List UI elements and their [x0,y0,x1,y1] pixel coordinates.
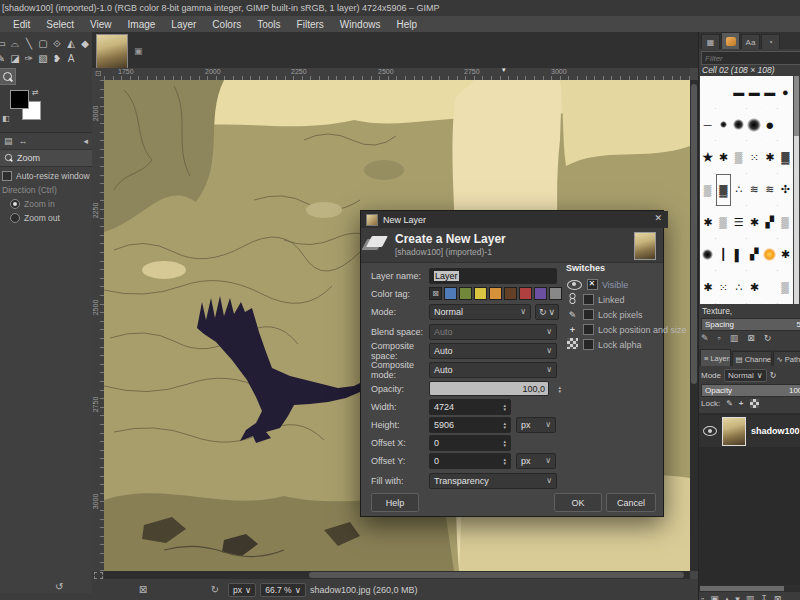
color-tag-swatch[interactable] [489,287,502,300]
brush-thumbnail[interactable]: ✱ [762,141,778,174]
zoom-in-option[interactable]: Zoom in [0,195,92,209]
composite-space-dropdown[interactable]: Auto ∨ [429,343,557,359]
brush-thumbnail[interactable]: ▒ [778,271,794,304]
brush-thumbnail[interactable]: ▬ [747,76,763,109]
layer-visible-eye-icon[interactable] [703,426,717,436]
layer-mode-dropdown[interactable]: Normal ∨ [724,369,767,382]
offset-x-input[interactable]: 0 ▴▾ [429,435,511,451]
new-group-button[interactable]: ▣ [710,594,719,600]
default-colors-icon[interactable]: ◧ [2,114,10,123]
brush-thumbnail[interactable]: ✱ [778,239,794,272]
brush-thumbnail[interactable]: ▓ [778,141,794,174]
color-tag-swatch[interactable] [519,287,532,300]
lower-layer-button[interactable]: ▾ [735,594,740,600]
brush-thumbnail[interactable] [762,239,778,272]
quickmask-toggle[interactable] [92,571,104,579]
ok-button[interactable]: OK [554,493,602,512]
color-tag-swatch[interactable]: ⊠ [429,287,442,300]
transform-tool-icon[interactable]: ⟐ [50,36,64,51]
reset-tool-icon[interactable]: ↺ [55,581,63,592]
brush-thumbnail[interactable]: ✱ [700,271,716,304]
warp-tool-icon[interactable]: ◭ [64,36,78,51]
brush-thumbnail[interactable]: ▬ [731,76,747,109]
menu-view[interactable]: View [83,17,119,32]
fill-with-dropdown[interactable]: Transparency ∨ [429,473,557,489]
brush-thumbnail[interactable]: ● [778,76,794,109]
color-tag-swatch[interactable] [474,287,487,300]
tab-channels[interactable]: ▤ Channels [732,351,772,366]
color-tag-swatch[interactable] [534,287,547,300]
lock-position-checkbox[interactable] [583,324,594,335]
lock-position-icon[interactable]: + [739,399,744,408]
layers-scrollbar[interactable] [699,585,800,592]
color-tag-swatch[interactable] [444,287,457,300]
lock-pixels-icon[interactable]: ✎ [726,399,733,408]
foreground-color-swatch[interactable] [10,90,29,109]
layer-thumbnail[interactable] [722,417,746,446]
brush-thumbnail[interactable]: ✱ [700,206,716,239]
menu-tools[interactable]: Tools [250,17,287,32]
delete-brush-button[interactable]: ⊠ [747,333,755,343]
bucket-fill-tool-icon[interactable]: ◆ [78,36,92,51]
smudge-tool-icon[interactable]: ❥ [50,51,64,66]
tab-document-history[interactable]: ◔ [761,34,780,49]
width-spinner[interactable]: ▴▾ [500,403,506,411]
free-select-tool-icon[interactable]: ⌓ [8,36,22,51]
color-tag-swatch[interactable] [504,287,517,300]
lock-pixels-checkbox[interactable] [583,309,594,320]
brush-thumbnail[interactable]: ▒ [716,206,732,239]
offset-unit-dropdown[interactable]: px ∨ [516,453,556,469]
brush-thumbnail[interactable] [700,76,716,109]
wrench-icon[interactable]: ▤ [4,136,13,146]
help-button[interactable]: Help [371,493,419,512]
switch-lock-pixels[interactable]: ✎ Lock pixels [566,307,661,322]
text-tool-icon[interactable]: A [64,51,78,66]
menu-edit[interactable]: Edit [6,17,37,32]
brush-thumbnail[interactable] [716,76,732,109]
height-input[interactable]: 5906 ▴▾ [429,417,511,433]
airbrush-tool-icon[interactable]: ✑ [22,51,36,66]
edit-brush-button[interactable]: ✎ [701,333,709,343]
offset-x-spinner[interactable]: ▴▾ [500,439,506,447]
duplicate-layer-button[interactable]: ▥ [746,594,755,600]
linked-checkbox[interactable] [583,294,594,305]
zoom-out-radio[interactable] [10,213,20,223]
refresh-brushes-button[interactable]: ↻ [764,333,772,343]
lock-alpha-checkbox[interactable] [583,339,594,350]
brush-thumbnail[interactable] [731,109,747,142]
brush-thumbnail[interactable]: ● [762,109,778,142]
composite-mode-dropdown[interactable]: Auto ∨ [429,362,557,378]
delete-layer-button[interactable]: ⊠ [774,594,782,600]
width-input[interactable]: 4724 ▴▾ [429,399,511,415]
brush-thumbnail[interactable]: ∴ [731,174,747,207]
tab-layers[interactable]: ≡ Layers [700,349,731,366]
fuzzy-select-tool-icon[interactable]: ╲ [22,36,36,51]
brush-filter-input[interactable] [701,51,800,65]
opacity-slider[interactable]: 100,0 [429,381,549,396]
raise-layer-button[interactable]: ▴ [725,594,730,600]
canvas-vertical-scrollbar[interactable] [690,80,698,571]
tab-paths[interactable]: ∿ Paths [773,351,800,366]
brush-thumbnail[interactable]: ≋ [747,174,763,207]
menu-layer[interactable]: Layer [164,17,203,32]
zoom-tool-button[interactable] [0,68,16,85]
new-brush-button[interactable]: ▫ [718,333,721,343]
color-tag-swatch[interactable] [459,287,472,300]
color-tag-swatch[interactable] [549,287,562,300]
visible-checkbox[interactable] [587,279,598,290]
image-tab-thumbnail[interactable] [96,34,128,69]
cancel-button[interactable]: Cancel [606,493,656,512]
layer-name-input[interactable]: Layer [429,268,557,284]
layer-row[interactable]: shadow100 [699,415,800,447]
brush-thumbnail[interactable] [716,109,732,142]
tab-brushes[interactable] [721,32,740,49]
brush-thumbnail[interactable]: ┃ [716,239,732,272]
height-spinner[interactable]: ▴▾ [500,421,506,429]
cancel-icon[interactable]: ⊠ [136,584,150,595]
zoom-out-option[interactable]: Zoom out [0,209,92,223]
brush-grid-scrollbar[interactable] [794,76,799,304]
menu-filters[interactable]: Filters [290,17,331,32]
canvas-horizontal-scrollbar[interactable] [104,571,690,579]
auto-resize-checkbox[interactable] [2,171,12,181]
offset-y-input[interactable]: 0 ▴▾ [429,453,511,469]
